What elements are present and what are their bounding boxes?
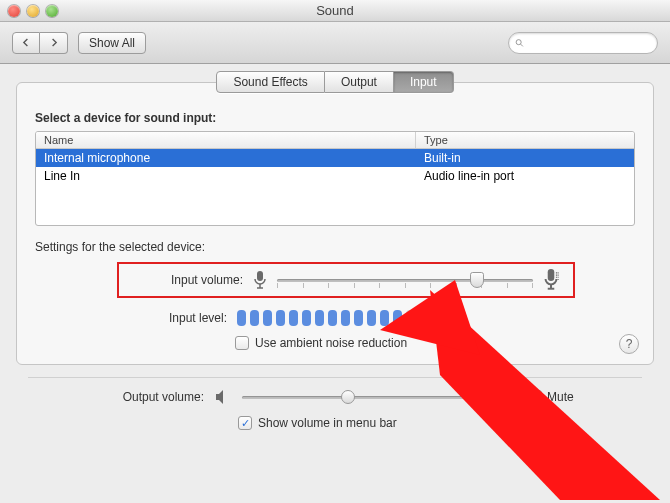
noise-reduction-checkbox[interactable] [235,336,249,350]
help-button[interactable]: ? [619,334,639,354]
divider [28,377,642,378]
close-button[interactable] [8,5,20,17]
settings-heading: Settings for the selected device: [35,240,635,254]
speaker-high-icon [482,388,506,406]
output-area: Output volume: Mute ✓ Show volume in men… [0,388,670,440]
device-row[interactable]: Line InAudio line-in port [36,167,634,185]
output-volume-slider[interactable] [242,389,472,405]
show-volume-checkbox[interactable]: ✓ [238,416,252,430]
input-level-label: Input level: [117,311,227,325]
search-input[interactable] [528,37,651,49]
noise-reduction-row: Use ambient noise reduction [235,336,635,350]
device-row[interactable]: Internal microphoneBuilt-in [36,149,634,167]
nav-buttons [12,32,68,54]
output-volume-label: Output volume: [34,390,204,404]
mic-small-icon [253,269,267,291]
zoom-button[interactable] [46,5,58,17]
highlight-box: Input volume: [117,262,575,298]
mute-row: Mute [528,390,574,404]
svg-rect-2 [257,271,263,281]
search-icon [515,37,524,49]
input-level-row: Input level: [117,310,635,326]
device-table: Name Type Internal microphoneBuilt-inLin… [35,131,635,226]
mute-checkbox[interactable] [528,390,542,404]
traffic-lights [8,5,58,17]
forward-button[interactable] [40,32,68,54]
svg-line-1 [521,44,523,46]
table-blank [36,185,634,225]
input-level-meter [237,310,428,326]
search-field[interactable] [508,32,658,54]
noise-reduction-label: Use ambient noise reduction [255,336,407,350]
show-all-button[interactable]: Show All [78,32,146,54]
minimize-button[interactable] [27,5,39,17]
window-title: Sound [0,3,670,18]
col-name[interactable]: Name [36,132,416,148]
show-volume-row: ✓ Show volume in menu bar [238,416,636,430]
input-volume-slider[interactable] [277,272,533,288]
tab-output[interactable]: Output [325,71,394,93]
show-volume-label: Show volume in menu bar [258,416,397,430]
titlebar: Sound [0,0,670,22]
tab-input[interactable]: Input [394,71,454,93]
toolbar: Show All [0,22,670,64]
svg-point-0 [516,39,521,44]
mute-label: Mute [547,390,574,404]
mic-large-icon [543,268,559,292]
tab-sound-effects[interactable]: Sound Effects [216,71,325,93]
speaker-low-icon [214,388,232,406]
device-heading: Select a device for sound input: [35,111,635,125]
table-header: Name Type [36,132,634,149]
svg-rect-5 [548,269,555,281]
sound-panel: Sound EffectsOutputInput Select a device… [16,82,654,365]
tab-bar: Sound EffectsOutputInput [35,71,635,93]
input-volume-label: Input volume: [133,273,243,287]
col-type[interactable]: Type [416,132,634,148]
back-button[interactable] [12,32,40,54]
